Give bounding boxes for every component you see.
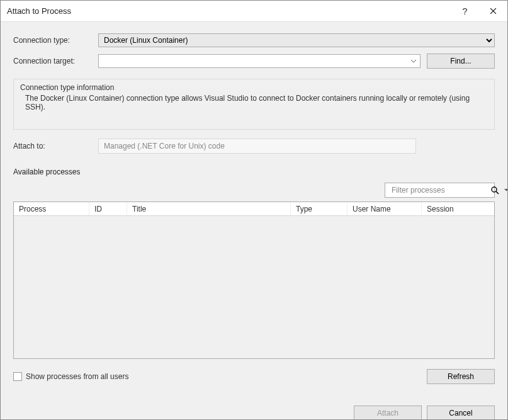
grid-body <box>14 216 494 358</box>
grid-header: Process ID Title Type User Name Session <box>14 202 494 216</box>
info-header: Connection type information <box>20 83 488 92</box>
help-button[interactable]: ? <box>451 1 479 22</box>
column-header-user-name[interactable]: User Name <box>347 202 422 215</box>
column-header-process[interactable]: Process <box>14 202 89 215</box>
filter-processes-input[interactable] <box>390 185 487 195</box>
attach-to-label: Attach to: <box>13 142 98 150</box>
connection-target-input[interactable] <box>99 55 420 67</box>
close-button[interactable] <box>479 1 507 22</box>
cancel-button[interactable]: Cancel <box>427 406 495 420</box>
available-processes-label: Available processes <box>13 167 495 176</box>
process-grid[interactable]: Process ID Title Type User Name Session <box>13 201 495 359</box>
show-all-users-checkbox[interactable]: Show processes from all users <box>13 372 128 381</box>
connection-target-label: Connection target: <box>13 57 98 65</box>
dialog-footer: Attach Cancel <box>1 387 507 420</box>
chevron-down-icon <box>411 60 416 63</box>
column-header-session[interactable]: Session <box>422 202 494 215</box>
connection-type-info: Connection type information The Docker (… <box>13 79 495 130</box>
show-all-users-label: Show processes from all users <box>26 372 128 381</box>
checkbox-box <box>13 372 22 381</box>
attach-to-value: Managed (.NET Core for Unix) code <box>104 142 225 150</box>
column-header-type[interactable]: Type <box>291 202 347 215</box>
svg-point-0 <box>492 187 497 192</box>
column-header-id[interactable]: ID <box>89 202 127 215</box>
close-icon <box>490 8 497 14</box>
attach-to-field: Managed (.NET Core for Unix) code <box>98 139 416 154</box>
connection-type-label: Connection type: <box>13 36 98 45</box>
filter-processes-box[interactable] <box>385 183 495 198</box>
info-body: The Docker (Linux Container) connection … <box>20 94 488 111</box>
refresh-button[interactable]: Refresh <box>427 369 495 384</box>
connection-target-combo[interactable] <box>98 54 421 68</box>
find-button[interactable]: Find... <box>427 54 495 69</box>
search-icon <box>491 186 499 195</box>
connection-target-dropdown-button[interactable] <box>407 55 420 67</box>
column-header-title[interactable]: Title <box>127 202 291 215</box>
connection-type-select[interactable]: Docker (Linux Container) <box>98 33 495 47</box>
filter-options-dropdown-icon[interactable] <box>504 189 508 191</box>
attach-button[interactable]: Attach <box>354 406 422 420</box>
titlebar: Attach to Process ? <box>1 1 507 22</box>
window-title: Attach to Process <box>7 6 71 16</box>
